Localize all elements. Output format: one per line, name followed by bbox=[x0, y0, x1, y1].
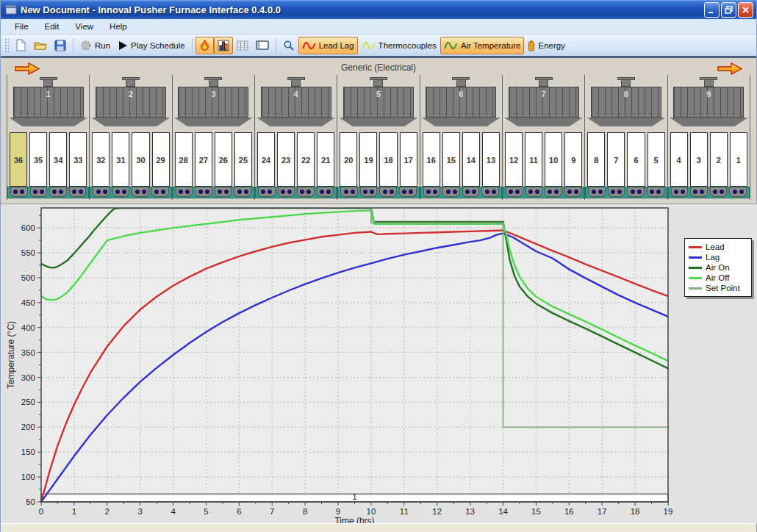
restore-button[interactable] bbox=[721, 2, 736, 18]
furnace-slot-6[interactable]: 6 bbox=[627, 132, 645, 187]
furnace-slot-22[interactable]: 22 bbox=[297, 132, 315, 187]
roller-tray bbox=[729, 187, 747, 197]
thermocouples-toggle-button[interactable]: Thermocouples bbox=[358, 37, 440, 54]
zone-number: 5 bbox=[344, 90, 413, 98]
slot-number: 14 bbox=[463, 156, 479, 165]
save-button[interactable] bbox=[51, 37, 70, 54]
furnace-slot-15[interactable]: 15 bbox=[442, 132, 460, 187]
furnace-slot-20[interactable]: 20 bbox=[340, 132, 357, 187]
menu-edit[interactable]: Edit bbox=[37, 21, 68, 32]
menu-file[interactable]: File bbox=[7, 21, 37, 32]
roller-tray bbox=[399, 187, 417, 197]
slot-number: 8 bbox=[588, 156, 604, 165]
furnace-slot-8[interactable]: 8 bbox=[587, 132, 605, 187]
run-button[interactable]: Run bbox=[76, 37, 114, 54]
roller-wheel-icon bbox=[300, 190, 304, 194]
panel-view-button[interactable] bbox=[252, 37, 273, 54]
table-view-button[interactable] bbox=[233, 37, 252, 54]
furnace-slot-29[interactable]: 29 bbox=[152, 132, 170, 187]
lead-lag-toggle-button[interactable]: Lead Lag bbox=[298, 37, 358, 54]
open-button[interactable] bbox=[30, 37, 51, 54]
furnace-slot-31[interactable]: 31 bbox=[112, 132, 129, 187]
furnace-zone-2: 232313029 bbox=[90, 75, 172, 200]
furnace-slot-1[interactable]: 1 bbox=[730, 132, 747, 187]
new-document-button[interactable] bbox=[12, 37, 30, 54]
furnace-slot-24[interactable]: 24 bbox=[257, 132, 275, 187]
heater-base bbox=[174, 118, 253, 126]
roller-wheel-icon bbox=[509, 190, 513, 194]
furnace-title: Generic (Electrical) bbox=[341, 62, 416, 73]
legend-swatch bbox=[689, 267, 702, 269]
close-button[interactable] bbox=[738, 2, 753, 18]
toolbar-grip[interactable] bbox=[4, 38, 9, 53]
flame-toggle-button[interactable] bbox=[195, 37, 214, 54]
furnace-slot-30[interactable]: 30 bbox=[132, 132, 149, 187]
furnace-slot-9[interactable]: 9 bbox=[564, 132, 582, 187]
save-floppy-icon bbox=[54, 40, 66, 51]
furnace-slot-25[interactable]: 25 bbox=[234, 132, 252, 187]
roller-wheel-icon bbox=[72, 190, 76, 194]
roller-wheel-icon bbox=[370, 190, 374, 194]
furnace-slot-3[interactable]: 3 bbox=[690, 132, 708, 187]
air-temperature-toggle-button[interactable]: Air Temperature bbox=[440, 37, 525, 54]
furnace-slot-18[interactable]: 18 bbox=[379, 132, 397, 187]
furnace-slot-14[interactable]: 14 bbox=[462, 132, 480, 187]
svg-text:11: 11 bbox=[400, 507, 409, 516]
furnace-slot-10[interactable]: 10 bbox=[545, 132, 562, 187]
roller-tray bbox=[278, 187, 295, 197]
flow-arrow-left-icon bbox=[14, 62, 40, 76]
zoom-button[interactable] bbox=[279, 37, 298, 54]
slot-number: 31 bbox=[112, 156, 129, 165]
furnace-slot-17[interactable]: 17 bbox=[400, 132, 417, 187]
zone-heater: 1 bbox=[7, 75, 89, 126]
roller-tray bbox=[10, 187, 28, 197]
furnace-slot-11[interactable]: 11 bbox=[525, 132, 542, 187]
temperature-chart[interactable]: 1012345678910111213141516171819501001502… bbox=[1, 204, 757, 523]
zone-number: 7 bbox=[509, 90, 578, 98]
lead-lag-curve-icon bbox=[302, 40, 316, 50]
furnace-slot-19[interactable]: 19 bbox=[359, 132, 377, 187]
roller-wheel-icon bbox=[713, 190, 717, 194]
roller-tray bbox=[545, 187, 562, 197]
furnace-slot-34[interactable]: 34 bbox=[49, 132, 67, 187]
roller-wheel-icon bbox=[592, 190, 596, 194]
furnace-slot-2[interactable]: 2 bbox=[710, 132, 728, 187]
minimize-button[interactable] bbox=[704, 2, 720, 18]
heater-chimney-icon bbox=[621, 80, 631, 87]
heater-base bbox=[9, 118, 87, 126]
furnace-slot-35[interactable]: 35 bbox=[29, 132, 47, 187]
roller-wheel-icon bbox=[650, 190, 654, 194]
zone-slots: 16151413 bbox=[420, 126, 502, 187]
roller-wheel-icon bbox=[617, 190, 622, 194]
furnace-slot-13[interactable]: 13 bbox=[482, 132, 500, 187]
furnace-slot-7[interactable]: 7 bbox=[607, 132, 625, 187]
roller-wheel-icon bbox=[96, 190, 101, 194]
svg-text:10: 10 bbox=[367, 507, 376, 516]
furnace-slot-5[interactable]: 5 bbox=[647, 132, 665, 187]
heater-body: 9 bbox=[673, 87, 744, 118]
schedule-step-label: 1 bbox=[352, 492, 356, 501]
legend-label: Lead bbox=[706, 242, 725, 251]
play-icon bbox=[118, 40, 128, 51]
furnace-slot-4[interactable]: 4 bbox=[670, 132, 688, 187]
bar-chart-toggle-button[interactable] bbox=[214, 37, 233, 54]
furnace-slot-27[interactable]: 27 bbox=[195, 132, 212, 187]
furnace-slot-23[interactable]: 23 bbox=[277, 132, 295, 187]
roller-wheel-icon bbox=[453, 190, 457, 194]
furnace-slot-32[interactable]: 32 bbox=[92, 132, 110, 187]
heater-chimney-icon bbox=[704, 80, 714, 87]
furnace-slot-12[interactable]: 12 bbox=[505, 132, 523, 187]
furnace-slot-21[interactable]: 21 bbox=[317, 132, 334, 187]
bar-chart-icon bbox=[218, 40, 229, 51]
menu-view[interactable]: View bbox=[67, 21, 101, 32]
plot-area[interactable] bbox=[41, 208, 668, 502]
play-schedule-button[interactable]: Play Schedule bbox=[114, 37, 189, 54]
furnace-slot-33[interactable]: 33 bbox=[69, 132, 87, 187]
legend-entry-lead: Lead bbox=[689, 242, 747, 252]
furnace-slot-28[interactable]: 28 bbox=[175, 132, 193, 187]
furnace-slot-16[interactable]: 16 bbox=[423, 132, 440, 187]
furnace-slot-36[interactable]: 36 bbox=[10, 132, 27, 187]
energy-toggle-button[interactable]: Energy bbox=[524, 37, 568, 54]
furnace-slot-26[interactable]: 26 bbox=[215, 132, 232, 187]
menu-help[interactable]: Help bbox=[101, 21, 135, 32]
